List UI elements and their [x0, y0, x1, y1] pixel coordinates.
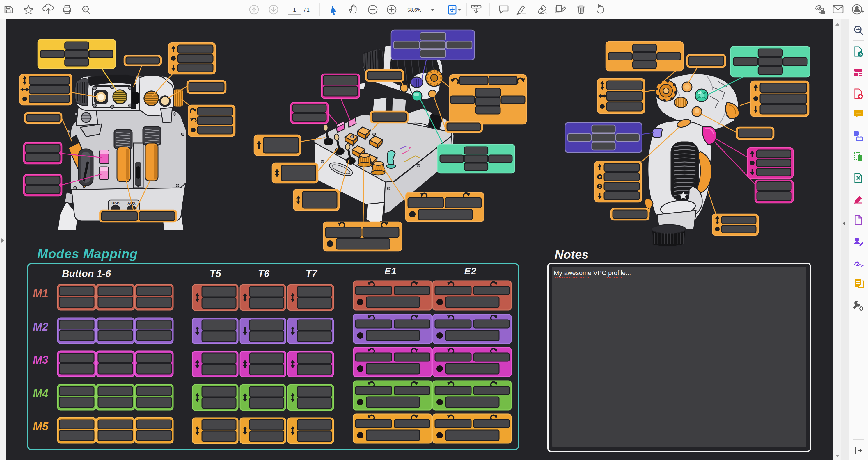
svg-text:Modes Mapping: Modes Mapping [37, 247, 137, 261]
svg-text:M2: M2 [33, 321, 48, 333]
svg-text:M3: M3 [33, 354, 48, 366]
svg-text:1: 1 [293, 7, 296, 13]
svg-text:M4: M4 [33, 387, 48, 399]
svg-text:/ 1: / 1 [304, 7, 310, 13]
svg-text:USB: USB [112, 201, 119, 205]
svg-text:My awesome VPC profile...: My awesome VPC profile... [554, 269, 631, 276]
svg-text:T6: T6 [258, 268, 270, 279]
svg-text:Button 1-6: Button 1-6 [62, 268, 111, 279]
svg-text:T7: T7 [306, 268, 318, 279]
svg-text:T5: T5 [210, 268, 221, 279]
svg-text:M1: M1 [33, 287, 48, 299]
svg-text:58,6%: 58,6% [407, 7, 421, 13]
svg-text:M5: M5 [33, 421, 49, 433]
svg-text:Notes: Notes [555, 248, 589, 261]
svg-text:E2: E2 [464, 265, 476, 276]
svg-text:E1: E1 [384, 265, 397, 276]
